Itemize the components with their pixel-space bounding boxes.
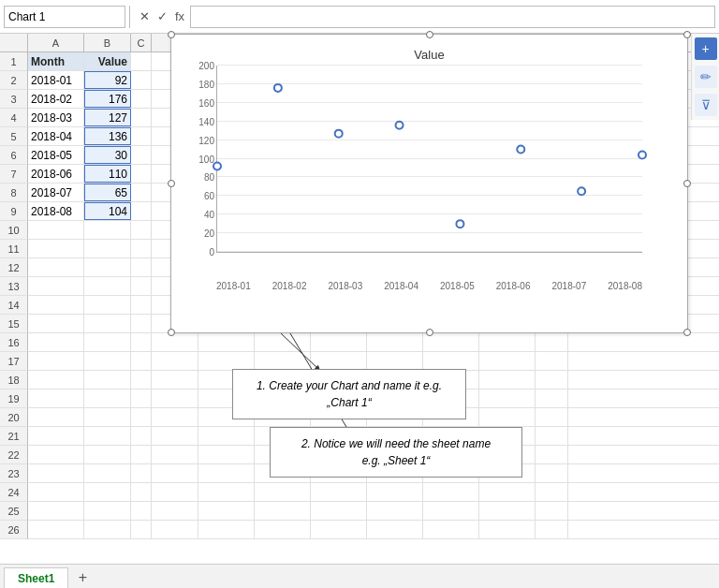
cell-C-13[interactable] [131,277,152,295]
cell-C-5[interactable] [131,127,152,145]
cell-C-19[interactable] [131,390,152,407]
cell-C-3[interactable] [131,90,152,108]
cell-C-7[interactable] [131,165,152,183]
cell-B-10[interactable] [84,221,131,239]
cell-B-22[interactable] [84,446,131,463]
cell-K-18[interactable] [536,371,568,389]
handle-tl[interactable] [168,31,175,38]
cell-F-25[interactable] [255,502,311,520]
cell-J-18[interactable] [479,371,536,389]
cell-B-21[interactable] [84,427,131,445]
cell-D-23[interactable] [152,464,198,482]
cell-K-19[interactable] [536,390,568,407]
cell-C-26[interactable] [131,521,152,538]
cell-A-23[interactable] [28,464,84,482]
cell-H-24[interactable] [367,483,423,501]
cell-I-24[interactable] [423,483,479,501]
cell-A-3[interactable]: 2018-02 [28,90,84,108]
cell-K-24[interactable] [536,483,568,501]
cell-D-18[interactable] [152,371,198,389]
cell-A-16[interactable] [28,333,84,351]
cell-B-2[interactable]: 92 [84,71,131,89]
cell-B-3[interactable]: 176 [84,90,131,108]
cell-D-21[interactable] [152,427,198,445]
cell-A-1[interactable]: Month [28,52,84,70]
cell-C-15[interactable] [131,315,152,332]
cell-A-11[interactable] [28,240,84,257]
cell-J-25[interactable] [479,502,536,520]
cell-C-9[interactable] [131,202,152,220]
cell-K-25[interactable] [536,502,568,520]
cell-B-6[interactable]: 30 [84,146,131,164]
cell-B-15[interactable] [84,315,131,332]
cell-B-17[interactable] [84,352,131,370]
cell-K-26[interactable] [536,521,568,538]
cell-A-24[interactable] [28,483,84,501]
cell-A-19[interactable] [28,390,84,407]
cell-D-17[interactable] [152,352,198,370]
cell-A-5[interactable]: 2018-04 [28,127,84,145]
cell-G-25[interactable] [311,502,367,520]
cell-C-16[interactable] [131,333,152,351]
cell-A-20[interactable] [28,408,84,426]
cell-B-24[interactable] [84,483,131,501]
cell-J-17[interactable] [479,352,536,370]
cell-J-16[interactable] [479,333,536,351]
cell-A-7[interactable]: 2018-06 [28,165,84,183]
cell-B-26[interactable] [84,521,131,538]
cell-A-6[interactable]: 2018-05 [28,146,84,164]
cell-I-17[interactable] [423,352,479,370]
cell-C-8[interactable] [131,184,152,201]
cell-A-2[interactable]: 2018-01 [28,71,84,89]
cell-G-17[interactable] [311,352,367,370]
cancel-icon[interactable]: ✕ [139,9,150,23]
cell-C-11[interactable] [131,240,152,257]
fx-icon[interactable]: fx [175,9,184,23]
cell-D-22[interactable] [152,446,198,463]
cell-C-1[interactable] [131,52,152,70]
cell-B-9[interactable]: 104 [84,202,131,220]
cell-J-19[interactable] [479,390,536,407]
edit-button[interactable]: ✏ [695,66,717,88]
cell-K-16[interactable] [536,333,568,351]
cell-G-16[interactable] [311,333,367,351]
cell-F-24[interactable] [255,483,311,501]
cell-K-17[interactable] [536,352,568,370]
cell-A-21[interactable] [28,427,84,445]
cell-G-26[interactable] [311,521,367,538]
handle-tc[interactable] [426,31,433,38]
cell-D-16[interactable] [152,333,198,351]
cell-B-8[interactable]: 65 [84,184,131,201]
cell-A-14[interactable] [28,296,84,314]
cell-C-22[interactable] [131,446,152,463]
cell-D-24[interactable] [152,483,198,501]
cell-I-25[interactable] [423,502,479,520]
cell-B-25[interactable] [84,502,131,520]
cell-A-12[interactable] [28,258,84,276]
cell-A-10[interactable] [28,221,84,239]
cell-C-14[interactable] [131,296,152,314]
cell-D-26[interactable] [152,521,198,538]
cell-I-16[interactable] [423,333,479,351]
cell-B-20[interactable] [84,408,131,426]
cell-B-23[interactable] [84,464,131,482]
cell-J-24[interactable] [479,483,536,501]
cell-K-20[interactable] [536,408,568,426]
cell-B-1[interactable]: Value [84,52,131,70]
cell-E-23[interactable] [198,464,255,482]
cell-B-19[interactable] [84,390,131,407]
cell-B-13[interactable] [84,277,131,295]
cell-C-20[interactable] [131,408,152,426]
cell-E-22[interactable] [198,446,255,463]
cell-H-17[interactable] [367,352,423,370]
cell-C-6[interactable] [131,146,152,164]
formula-bar[interactable] [190,6,715,28]
cell-K-22[interactable] [536,446,568,463]
cell-F-17[interactable] [255,352,311,370]
cell-I-26[interactable] [423,521,479,538]
cell-K-23[interactable] [536,464,568,482]
cell-B-7[interactable]: 110 [84,165,131,183]
cell-B-4[interactable]: 127 [84,109,131,126]
cell-C-10[interactable] [131,221,152,239]
cell-C-17[interactable] [131,352,152,370]
